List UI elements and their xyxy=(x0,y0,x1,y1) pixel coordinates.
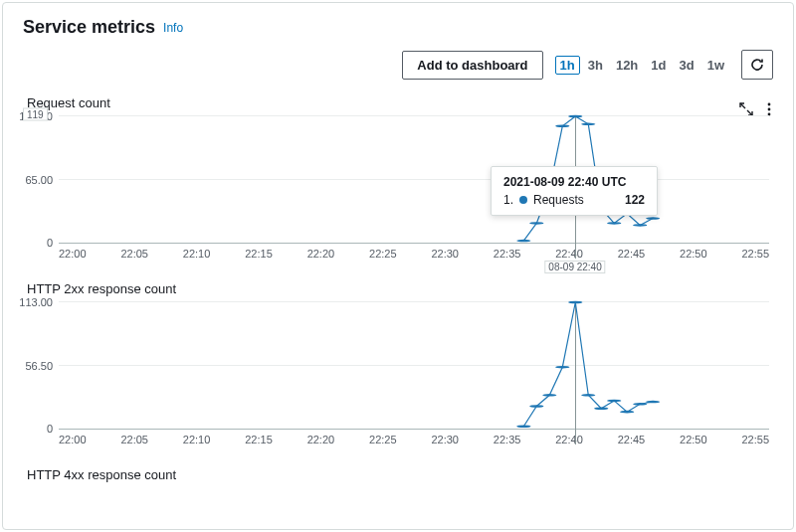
chart-http-2xx: HTTP 2xx response count 0 56.50 113.00 2… xyxy=(3,281,793,445)
svg-point-12 xyxy=(633,224,647,227)
svg-point-22 xyxy=(620,411,634,414)
svg-point-0 xyxy=(768,103,771,106)
xtick: 22:40 xyxy=(555,248,583,260)
x-axis: 22:0022:0522:1022:1522:2022:2522:3022:35… xyxy=(59,430,769,445)
svg-point-13 xyxy=(646,217,660,220)
xtick: 22:25 xyxy=(369,434,397,445)
xtick: 22:45 xyxy=(618,248,646,260)
svg-point-16 xyxy=(542,394,556,397)
more-icon[interactable] xyxy=(767,102,771,116)
panel-toolbar: Add to dashboard 1h 3h 12h 1d 3d 1w xyxy=(3,46,793,89)
xtick: 22:20 xyxy=(307,248,335,260)
service-metrics-panel: Service metrics Info Add to dashboard 1h… xyxy=(2,2,794,530)
xtick: 22:55 xyxy=(741,434,769,445)
y-cursor-marker: 119 xyxy=(23,107,48,120)
xtick: 22:10 xyxy=(183,434,211,445)
svg-point-23 xyxy=(633,403,647,406)
xtick: 22:50 xyxy=(680,434,707,445)
chart-title: HTTP 2xx response count xyxy=(27,281,773,296)
tooltip-value: 122 xyxy=(625,193,645,207)
svg-point-8 xyxy=(581,123,595,126)
expand-icon[interactable] xyxy=(739,102,753,116)
svg-point-10 xyxy=(607,222,621,225)
svg-point-4 xyxy=(529,222,543,225)
xtick: 22:35 xyxy=(494,248,521,260)
info-link[interactable]: Info xyxy=(163,21,183,35)
add-to-dashboard-button[interactable]: Add to dashboard xyxy=(402,51,542,80)
xtick: 22:55 xyxy=(741,248,769,260)
series-line xyxy=(59,302,769,429)
xtick: 22:40 xyxy=(555,434,583,445)
chart-plot-area[interactable]: 0 56.50 113.00 xyxy=(59,302,769,430)
xtick: 22:00 xyxy=(59,248,87,260)
range-3h[interactable]: 3h xyxy=(583,56,608,75)
svg-point-15 xyxy=(529,405,543,408)
svg-point-17 xyxy=(555,366,569,369)
xtick: 22:20 xyxy=(307,434,335,445)
range-12h[interactable]: 12h xyxy=(611,56,643,75)
svg-point-18 xyxy=(568,301,582,304)
ytick: 56.50 xyxy=(25,360,59,372)
range-3d[interactable]: 3d xyxy=(674,56,698,75)
chart-request-count: Request count 0 65.00 130.00 119 08-09 2… xyxy=(3,95,793,260)
xtick: 22:15 xyxy=(245,434,273,445)
range-1d[interactable]: 1d xyxy=(646,56,671,75)
range-1h[interactable]: 1h xyxy=(555,56,580,75)
refresh-button[interactable] xyxy=(741,50,773,80)
xtick: 22:25 xyxy=(369,248,397,260)
svg-point-3 xyxy=(516,240,530,243)
xtick: 22:15 xyxy=(245,248,273,260)
xtick: 22:45 xyxy=(618,434,646,445)
chart-title: Request count xyxy=(27,95,773,110)
ytick: 65.00 xyxy=(25,174,59,186)
chart-plot-area[interactable]: 0 65.00 130.00 119 08-09 22:40 xyxy=(59,116,769,244)
chart-tooltip: 2021-08-09 22:40 UTC 1. Requests 122 xyxy=(491,166,658,216)
range-1w[interactable]: 1w xyxy=(702,56,729,75)
series-color-dot xyxy=(519,196,527,204)
svg-point-6 xyxy=(555,124,569,127)
svg-point-1 xyxy=(768,108,771,111)
chart-title: HTTP 4xx response count xyxy=(27,467,773,482)
time-range-group: 1h 3h 12h 1d 3d 1w xyxy=(555,56,729,75)
chart-tools xyxy=(739,102,771,116)
tooltip-timestamp: 2021-08-09 22:40 UTC xyxy=(503,175,645,189)
xtick: 22:05 xyxy=(120,248,148,260)
svg-point-21 xyxy=(607,400,621,403)
tooltip-series-label: Requests xyxy=(533,193,584,207)
xtick: 22:35 xyxy=(494,434,521,445)
xtick: 22:05 xyxy=(120,434,148,445)
crosshair-label: 08-09 22:40 xyxy=(544,261,605,273)
svg-point-24 xyxy=(646,401,660,404)
refresh-icon xyxy=(749,57,765,73)
x-axis: 22:0022:0522:1022:1522:2022:2522:3022:35… xyxy=(59,244,769,260)
ytick: 0 xyxy=(47,237,59,249)
xtick: 22:50 xyxy=(680,248,707,260)
panel-header: Service metrics Info xyxy=(3,3,793,46)
svg-point-19 xyxy=(581,394,595,397)
tooltip-series-index: 1. xyxy=(503,193,513,207)
series-line xyxy=(59,116,769,243)
ytick: 113.00 xyxy=(19,296,59,308)
xtick: 22:30 xyxy=(431,248,459,260)
svg-point-14 xyxy=(516,425,530,428)
ytick: 0 xyxy=(47,423,59,435)
panel-title: Service metrics xyxy=(23,17,155,38)
xtick: 22:00 xyxy=(59,434,87,445)
xtick: 22:10 xyxy=(183,248,211,260)
svg-point-20 xyxy=(594,407,608,410)
svg-point-7 xyxy=(568,115,582,118)
chart-http-4xx: HTTP 4xx response count xyxy=(3,467,793,482)
xtick: 22:30 xyxy=(431,434,459,445)
